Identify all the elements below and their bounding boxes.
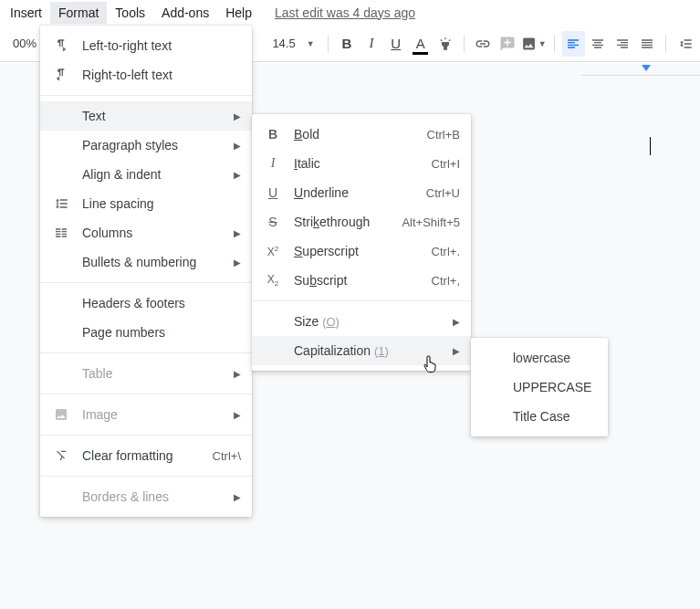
S-icon: S <box>263 215 283 229</box>
capitalization-submenu: lowercaseUPPERCASETitle Case <box>471 338 608 436</box>
ltr-icon <box>51 38 71 53</box>
format-item-clear-formatting[interactable]: Clear formattingCtrl+\ <box>40 441 252 470</box>
shortcut-label: Ctrl+B <box>427 128 460 142</box>
menu-tools[interactable]: Tools <box>107 2 153 24</box>
text-item-strikethrough[interactable]: SStrikethroughAlt+Shift+5 <box>252 207 471 236</box>
menu-item-label: Page numbers <box>82 325 241 340</box>
line-spacing-button[interactable] <box>674 31 696 57</box>
ruler <box>581 63 700 76</box>
format-item-right-to-left-text[interactable]: Right-to-left text <box>40 60 252 89</box>
align-right-button[interactable] <box>611 31 633 57</box>
menubar: Insert Format Tools Add-ons Help Last ed… <box>0 0 700 26</box>
align-left-icon <box>566 37 580 51</box>
format-item-page-numbers[interactable]: Page numbers <box>40 318 252 347</box>
format-dropdown: Left-to-right textRight-to-left textText… <box>40 26 252 517</box>
menu-item-label: UPPERCASE <box>513 380 597 394</box>
submenu-arrow-icon: ▶ <box>234 257 241 268</box>
menu-item-label: Strikethrough <box>294 215 402 229</box>
menu-help[interactable]: Help <box>217 2 260 24</box>
text-cursor <box>650 137 651 155</box>
text-color-button[interactable]: A <box>409 31 432 57</box>
indent-marker[interactable] <box>642 65 651 71</box>
linespacing-icon <box>51 196 71 211</box>
underline-button[interactable]: U <box>384 31 407 57</box>
text-item-size[interactable]: Size (O)▶ <box>252 307 471 336</box>
submenu-arrow-icon: ▶ <box>234 492 241 502</box>
menu-item-label: Title Case <box>513 409 597 424</box>
B-icon: B <box>263 127 283 142</box>
I-icon: I <box>263 156 283 171</box>
highlight-button[interactable] <box>434 31 456 57</box>
text-item-capitalization[interactable]: Capitalization (1)▶ <box>252 336 471 365</box>
shortcut-label: Ctrl+, <box>432 274 460 288</box>
cap-item-title-case[interactable]: Title Case <box>471 402 608 431</box>
text-item-underline[interactable]: UUnderlineCtrl+U <box>252 178 471 207</box>
menu-item-label: Size (O) <box>294 314 453 329</box>
last-edit-link[interactable]: Last edit was 4 days ago <box>275 5 415 20</box>
menu-item-label: Align & indent <box>82 167 234 182</box>
format-item-table[interactable]: Table▶ <box>40 359 252 388</box>
menu-item-label: Paragraph styles <box>82 138 234 152</box>
menu-item-label: Table <box>82 366 234 381</box>
menu-item-label: Italic <box>294 156 432 171</box>
link-icon <box>475 36 491 52</box>
italic-button[interactable]: I <box>360 31 382 57</box>
text-item-italic[interactable]: IItalicCtrl+I <box>252 149 471 178</box>
format-item-columns[interactable]: Columns▶ <box>40 218 252 247</box>
align-center-button[interactable] <box>587 31 610 57</box>
rtl-icon <box>51 68 71 82</box>
text-item-subscript[interactable]: X2SubscriptCtrl+, <box>252 266 471 295</box>
cap-item-uppercase[interactable]: UPPERCASE <box>471 373 608 402</box>
align-justify-button[interactable] <box>635 31 658 57</box>
align-right-icon <box>615 37 630 51</box>
menu-insert[interactable]: Insert <box>2 2 50 24</box>
font-size-select[interactable]: 14.5▼ <box>261 35 319 52</box>
image-icon <box>51 407 71 422</box>
format-item-bullets-numbering[interactable]: Bullets & numbering▶ <box>40 247 252 277</box>
menu-item-label: Columns <box>82 226 234 240</box>
menu-addons[interactable]: Add-ons <box>153 2 217 24</box>
submenu-arrow-icon: ▶ <box>234 228 241 238</box>
menu-format[interactable]: Format <box>50 2 107 24</box>
comment-icon <box>499 36 516 52</box>
shortcut-label: Ctrl+U <box>426 186 460 200</box>
align-left-button[interactable] <box>562 31 585 57</box>
clear-icon <box>51 448 71 463</box>
line-spacing-icon <box>678 37 693 51</box>
menu-item-label: Superscript <box>294 244 432 258</box>
submenu-arrow-icon: ▶ <box>234 170 241 180</box>
menu-item-label: Headers & footers <box>82 296 241 310</box>
submenu-arrow-icon: ▶ <box>234 141 241 151</box>
cap-item-lowercase[interactable]: lowercase <box>471 343 608 373</box>
format-item-borders-lines[interactable]: Borders & lines▶ <box>40 482 252 511</box>
format-item-line-spacing[interactable]: Line spacing <box>40 189 252 218</box>
menu-item-label: Image <box>82 407 234 422</box>
insert-image-button[interactable]: ▼ <box>521 31 547 57</box>
format-item-paragraph-styles[interactable]: Paragraph styles▶ <box>40 131 252 160</box>
menu-item-label: Subscript <box>294 273 432 288</box>
align-justify-icon <box>640 37 654 51</box>
bold-button[interactable]: B <box>336 31 359 57</box>
format-item-image[interactable]: Image▶ <box>40 400 252 429</box>
menu-item-label: Underline <box>294 185 426 200</box>
text-item-bold[interactable]: BBoldCtrl+B <box>252 120 471 149</box>
submenu-arrow-icon: ▶ <box>234 410 241 420</box>
image-icon <box>521 36 537 52</box>
columns-icon <box>51 226 71 240</box>
format-item-align-indent[interactable]: Align & indent▶ <box>40 160 252 189</box>
format-item-text[interactable]: Text▶ <box>40 101 252 131</box>
highlight-icon <box>438 37 453 51</box>
shortcut-label: Ctrl+\ <box>213 449 241 463</box>
insert-link-button[interactable] <box>472 31 495 57</box>
submenu-arrow-icon: ▶ <box>453 317 460 327</box>
submenu-arrow-icon: ▶ <box>234 369 241 379</box>
text-submenu: BBoldCtrl+BIItalicCtrl+IUUnderlineCtrl+U… <box>252 114 471 371</box>
shortcut-label: Ctrl+. <box>432 245 460 258</box>
text-item-superscript[interactable]: X2SuperscriptCtrl+. <box>252 236 471 266</box>
format-item-left-to-right-text[interactable]: Left-to-right text <box>40 31 252 60</box>
menu-item-label: Line spacing <box>82 196 241 211</box>
format-item-headers-footers[interactable]: Headers & footers <box>40 289 252 318</box>
menu-item-label: lowercase <box>513 351 597 365</box>
add-comment-button[interactable] <box>496 31 519 57</box>
menu-item-label: Capitalization (1) <box>294 343 453 358</box>
